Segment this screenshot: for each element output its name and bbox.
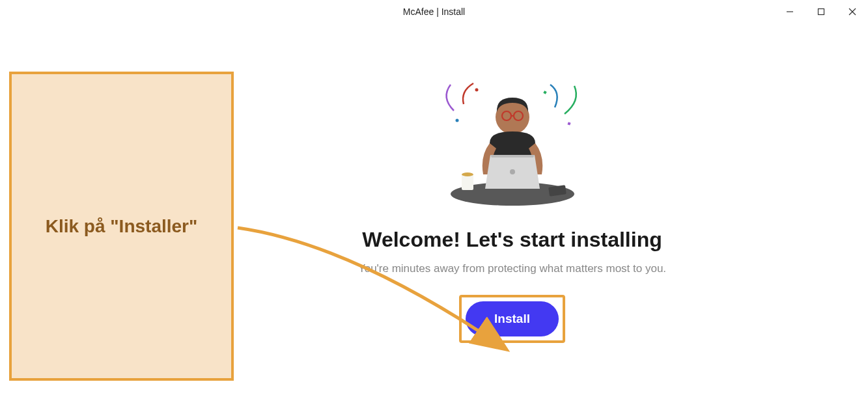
svg-point-4 [475,89,478,92]
maximize-icon [817,8,825,16]
welcome-heading: Welcome! Let's start installing [362,228,662,252]
close-button[interactable] [837,0,868,23]
svg-rect-6 [543,90,546,94]
welcome-illustration [428,78,597,208]
svg-rect-7 [567,122,570,125]
window-controls [774,0,868,23]
window-titlebar: McAfee | Install [0,0,868,23]
minimize-button[interactable] [774,0,805,23]
svg-rect-1 [819,9,824,15]
close-icon [848,8,856,16]
annotation-callout-box: Klik på "Installer" [9,72,234,381]
install-button-highlight: Install [459,295,565,343]
svg-point-5 [455,119,458,122]
svg-point-10 [462,172,473,176]
svg-point-16 [510,169,515,174]
minimize-icon [786,8,794,16]
maximize-button[interactable] [805,0,837,23]
install-button[interactable]: Install [466,301,559,336]
welcome-subheading: You're minutes away from protecting what… [358,262,666,275]
window-title: McAfee | Install [403,7,465,17]
annotation-callout-text: Klik på "Installer" [46,216,198,237]
svg-rect-9 [462,174,473,190]
